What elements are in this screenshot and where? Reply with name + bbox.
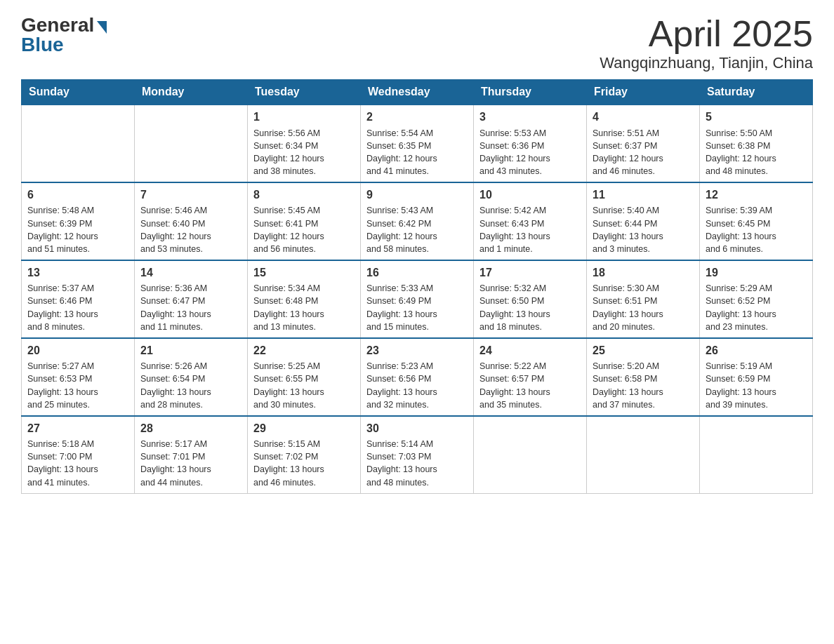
day-number: 16 [366, 265, 468, 281]
day-number: 18 [593, 265, 694, 281]
day-number: 4 [593, 109, 694, 125]
calendar-cell: 28Sunrise: 5:17 AM Sunset: 7:01 PM Dayli… [135, 416, 248, 493]
day-info: Sunrise: 5:37 AM Sunset: 6:46 PM Dayligh… [27, 282, 128, 333]
day-number: 22 [253, 343, 355, 358]
calendar-cell: 25Sunrise: 5:20 AM Sunset: 6:58 PM Dayli… [587, 338, 700, 416]
day-info: Sunrise: 5:20 AM Sunset: 6:58 PM Dayligh… [593, 360, 694, 411]
day-info: Sunrise: 5:17 AM Sunset: 7:01 PM Dayligh… [140, 438, 241, 489]
logo-arrow-icon [97, 21, 107, 34]
day-header-wednesday: Wednesday [361, 80, 474, 105]
day-number: 12 [706, 187, 807, 203]
day-header-monday: Monday [135, 80, 248, 105]
calendar-week-0: 1Sunrise: 5:56 AM Sunset: 6:34 PM Daylig… [22, 105, 813, 182]
day-number: 20 [27, 343, 128, 358]
calendar-cell: 23Sunrise: 5:23 AM Sunset: 6:56 PM Dayli… [361, 338, 474, 416]
calendar-cell: 24Sunrise: 5:22 AM Sunset: 6:57 PM Dayli… [474, 338, 587, 416]
calendar-cell: 15Sunrise: 5:34 AM Sunset: 6:48 PM Dayli… [248, 260, 361, 338]
day-info: Sunrise: 5:26 AM Sunset: 6:54 PM Dayligh… [140, 360, 241, 411]
calendar-cell: 14Sunrise: 5:36 AM Sunset: 6:47 PM Dayli… [135, 260, 248, 338]
day-info: Sunrise: 5:45 AM Sunset: 6:41 PM Dayligh… [253, 204, 355, 255]
calendar-cell: 4Sunrise: 5:51 AM Sunset: 6:37 PM Daylig… [587, 105, 700, 182]
day-info: Sunrise: 5:22 AM Sunset: 6:57 PM Dayligh… [479, 360, 581, 411]
day-info: Sunrise: 5:56 AM Sunset: 6:34 PM Dayligh… [253, 127, 355, 178]
calendar-cell: 22Sunrise: 5:25 AM Sunset: 6:55 PM Dayli… [248, 338, 361, 416]
calendar-cell: 21Sunrise: 5:26 AM Sunset: 6:54 PM Dayli… [135, 338, 248, 416]
day-header-saturday: Saturday [700, 80, 813, 105]
day-number: 7 [140, 187, 241, 203]
calendar-week-3: 20Sunrise: 5:27 AM Sunset: 6:53 PM Dayli… [22, 338, 813, 416]
calendar-cell: 12Sunrise: 5:39 AM Sunset: 6:45 PM Dayli… [700, 182, 813, 260]
calendar-cell: 19Sunrise: 5:29 AM Sunset: 6:52 PM Dayli… [700, 260, 813, 338]
day-info: Sunrise: 5:14 AM Sunset: 7:03 PM Dayligh… [366, 438, 468, 489]
calendar-cell: 30Sunrise: 5:14 AM Sunset: 7:03 PM Dayli… [361, 416, 474, 493]
day-number: 9 [366, 187, 468, 203]
calendar-table: SundayMondayTuesdayWednesdayThursdayFrid… [21, 79, 813, 493]
day-info: Sunrise: 5:30 AM Sunset: 6:51 PM Dayligh… [593, 282, 694, 333]
day-info: Sunrise: 5:32 AM Sunset: 6:50 PM Dayligh… [479, 282, 581, 333]
calendar-cell: 11Sunrise: 5:40 AM Sunset: 6:44 PM Dayli… [587, 182, 700, 260]
day-header-friday: Friday [587, 80, 700, 105]
day-number: 6 [27, 187, 128, 203]
day-info: Sunrise: 5:19 AM Sunset: 6:59 PM Dayligh… [706, 360, 807, 411]
day-header-row: SundayMondayTuesdayWednesdayThursdayFrid… [22, 80, 813, 105]
calendar-cell: 5Sunrise: 5:50 AM Sunset: 6:38 PM Daylig… [700, 105, 813, 182]
day-number: 1 [253, 109, 355, 125]
calendar-cell: 6Sunrise: 5:48 AM Sunset: 6:39 PM Daylig… [22, 182, 135, 260]
day-number: 2 [366, 109, 468, 125]
day-header-tuesday: Tuesday [248, 80, 361, 105]
location-title: Wangqinzhuang, Tianjin, China [600, 54, 813, 72]
day-info: Sunrise: 5:15 AM Sunset: 7:02 PM Dayligh… [253, 438, 355, 489]
calendar-cell [700, 416, 813, 493]
day-info: Sunrise: 5:48 AM Sunset: 6:39 PM Dayligh… [27, 204, 128, 255]
calendar-body: 1Sunrise: 5:56 AM Sunset: 6:34 PM Daylig… [22, 105, 813, 493]
day-number: 23 [366, 343, 468, 358]
calendar-cell: 7Sunrise: 5:46 AM Sunset: 6:40 PM Daylig… [135, 182, 248, 260]
calendar-header: SundayMondayTuesdayWednesdayThursdayFrid… [22, 80, 813, 105]
day-info: Sunrise: 5:27 AM Sunset: 6:53 PM Dayligh… [27, 360, 128, 411]
logo: General Blue [21, 14, 107, 56]
calendar-cell: 27Sunrise: 5:18 AM Sunset: 7:00 PM Dayli… [22, 416, 135, 493]
calendar-cell [135, 105, 248, 182]
day-info: Sunrise: 5:25 AM Sunset: 6:55 PM Dayligh… [253, 360, 355, 411]
day-info: Sunrise: 5:34 AM Sunset: 6:48 PM Dayligh… [253, 282, 355, 333]
calendar-cell: 26Sunrise: 5:19 AM Sunset: 6:59 PM Dayli… [700, 338, 813, 416]
day-info: Sunrise: 5:51 AM Sunset: 6:37 PM Dayligh… [593, 127, 694, 178]
calendar-cell [22, 105, 135, 182]
day-info: Sunrise: 5:39 AM Sunset: 6:45 PM Dayligh… [706, 204, 807, 255]
day-number: 27 [27, 421, 128, 436]
day-info: Sunrise: 5:33 AM Sunset: 6:49 PM Dayligh… [366, 282, 468, 333]
calendar-cell: 3Sunrise: 5:53 AM Sunset: 6:36 PM Daylig… [474, 105, 587, 182]
calendar-cell: 2Sunrise: 5:54 AM Sunset: 6:35 PM Daylig… [361, 105, 474, 182]
day-info: Sunrise: 5:18 AM Sunset: 7:00 PM Dayligh… [27, 438, 128, 489]
day-number: 3 [479, 109, 581, 125]
day-number: 24 [479, 343, 581, 358]
day-info: Sunrise: 5:42 AM Sunset: 6:43 PM Dayligh… [479, 204, 581, 255]
month-title: April 2025 [600, 14, 813, 54]
logo-blue-text: Blue [21, 34, 64, 56]
day-info: Sunrise: 5:40 AM Sunset: 6:44 PM Dayligh… [593, 204, 694, 255]
day-info: Sunrise: 5:43 AM Sunset: 6:42 PM Dayligh… [366, 204, 468, 255]
day-number: 17 [479, 265, 581, 281]
day-number: 30 [366, 421, 468, 436]
day-number: 19 [706, 265, 807, 281]
day-info: Sunrise: 5:23 AM Sunset: 6:56 PM Dayligh… [366, 360, 468, 411]
calendar-cell: 1Sunrise: 5:56 AM Sunset: 6:34 PM Daylig… [248, 105, 361, 182]
calendar-week-1: 6Sunrise: 5:48 AM Sunset: 6:39 PM Daylig… [22, 182, 813, 260]
day-number: 21 [140, 343, 241, 358]
day-number: 13 [27, 265, 128, 281]
calendar-week-2: 13Sunrise: 5:37 AM Sunset: 6:46 PM Dayli… [22, 260, 813, 338]
calendar-cell [587, 416, 700, 493]
title-section: April 2025 Wangqinzhuang, Tianjin, China [600, 14, 813, 72]
day-info: Sunrise: 5:53 AM Sunset: 6:36 PM Dayligh… [479, 127, 581, 178]
day-number: 11 [593, 187, 694, 203]
day-number: 15 [253, 265, 355, 281]
day-number: 29 [253, 421, 355, 436]
day-number: 10 [479, 187, 581, 203]
calendar-cell: 13Sunrise: 5:37 AM Sunset: 6:46 PM Dayli… [22, 260, 135, 338]
calendar-cell: 29Sunrise: 5:15 AM Sunset: 7:02 PM Dayli… [248, 416, 361, 493]
calendar-cell: 10Sunrise: 5:42 AM Sunset: 6:43 PM Dayli… [474, 182, 587, 260]
calendar-cell: 16Sunrise: 5:33 AM Sunset: 6:49 PM Dayli… [361, 260, 474, 338]
day-number: 14 [140, 265, 241, 281]
calendar-cell: 9Sunrise: 5:43 AM Sunset: 6:42 PM Daylig… [361, 182, 474, 260]
day-info: Sunrise: 5:36 AM Sunset: 6:47 PM Dayligh… [140, 282, 241, 333]
